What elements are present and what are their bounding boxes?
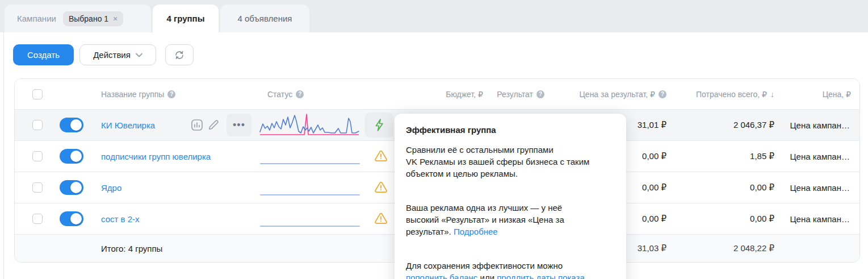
toggle-knob: [70, 182, 82, 193]
tooltip-keep-text: Для сохранения эффективности можно: [406, 261, 563, 270]
create-button[interactable]: Создать: [13, 44, 74, 65]
status-flatline-chart: [260, 226, 360, 227]
column-header-name[interactable]: Название группы ?: [101, 90, 175, 99]
status-flatline-chart: [260, 163, 360, 164]
selected-filter-chip-label: Выбрано 1: [69, 14, 108, 23]
tab-groups-active[interactable]: 4 группы: [153, 5, 219, 32]
group-name-link[interactable]: КИ Ювелирка: [101, 120, 155, 130]
row-checkbox[interactable]: [32, 182, 43, 193]
cost-per-result-value: 0,00 ₽: [642, 182, 666, 193]
column-header-result[interactable]: Результат ?: [497, 90, 544, 99]
column-header-spent-total[interactable]: Потрачено всего, ₽ ↓: [696, 90, 774, 99]
vk-ads-groups-screen: Кампании Выбрано 1 × 4 группы 4 объявлен…: [0, 0, 868, 279]
extend-dates-link[interactable]: продлить даты показа: [497, 273, 585, 279]
group-name-link[interactable]: Ядро: [101, 183, 121, 193]
chip-close-icon[interactable]: ×: [113, 15, 118, 23]
tooltip-title: Эффективная группа: [406, 124, 615, 136]
column-header-status[interactable]: Статус ?: [267, 90, 304, 99]
column-header-cost-per-result[interactable]: Цена за результат, ₽ ?: [579, 90, 666, 99]
actions-dropdown-button[interactable]: Действия: [79, 44, 156, 65]
top-up-balance-link[interactable]: пополнить баланс: [406, 273, 477, 279]
row-enabled-toggle[interactable]: [60, 180, 83, 195]
cost-per-result-value: 0,00 ₽: [642, 214, 666, 224]
row-checkbox[interactable]: [32, 151, 43, 161]
totals-spent-total: 2 048,22 ₽: [733, 243, 774, 253]
group-name-link[interactable]: подписчики групп ювелирка: [101, 152, 211, 161]
tab-campaigns[interactable]: Кампании Выбрано 1 ×: [5, 5, 151, 32]
price-value: Цена кампан…: [790, 183, 850, 193]
refresh-icon: [174, 50, 184, 60]
column-header-budget[interactable]: Бюджет, ₽: [446, 90, 483, 99]
help-icon[interactable]: ?: [296, 90, 304, 98]
spent-total-value: 1,85 ₽: [750, 151, 774, 161]
price-value: Цена кампан…: [790, 214, 850, 224]
warning-triangle-icon[interactable]: [374, 181, 388, 194]
select-all-checkbox[interactable]: [32, 89, 43, 99]
help-icon[interactable]: ?: [659, 90, 666, 98]
selected-filter-chip[interactable]: Выбрано 1 ×: [63, 11, 123, 26]
totals-cost-per-result: 31,03 ₽: [638, 243, 666, 253]
tab-strip: Кампании Выбрано 1 × 4 группы 4 объявлен…: [0, 0, 868, 32]
table-header-row: Название группы ? Статус ? Бюджет, ₽ Рез…: [15, 79, 859, 110]
spent-total-value: 0,00 ₽: [750, 214, 774, 224]
cost-per-result-value: 31,01 ₽: [638, 120, 666, 130]
effective-group-tooltip: Эффективная группа Сравнили её с остальн…: [395, 114, 626, 279]
cost-per-result-value: 0,00 ₽: [642, 151, 666, 161]
price-value: Цена кампан…: [790, 152, 850, 161]
row-enabled-toggle[interactable]: [60, 211, 83, 226]
totals-label: Итого: 4 группы: [101, 243, 162, 253]
more-actions-button[interactable]: •••: [227, 114, 251, 136]
toggle-knob: [70, 151, 82, 162]
spent-total-value: 0,00 ₽: [750, 182, 774, 193]
price-value: Цена кампан…: [790, 120, 850, 130]
spent-total-value: 2 046,37 ₽: [733, 120, 774, 130]
tooltip-paragraph-comparison: Сравнили её с остальными группами VK Рек…: [406, 144, 615, 180]
tab-ads-label: 4 объявления: [238, 14, 292, 23]
group-name-link[interactable]: сост в 2-х: [101, 214, 140, 224]
actions-button-label: Действия: [93, 50, 131, 60]
row-checkbox[interactable]: [32, 120, 43, 130]
help-icon[interactable]: ?: [167, 90, 175, 98]
sort-desc-icon[interactable]: ↓: [770, 90, 774, 99]
status-sparkline-chart[interactable]: [259, 113, 361, 138]
panel-edge-divider: [3, 32, 4, 279]
edit-pencil-icon[interactable]: [207, 119, 220, 131]
tooltip-paragraph-keep-effective: Для сохранения эффективности можно попол…: [406, 248, 615, 279]
toggle-knob: [70, 213, 82, 224]
tab-ads[interactable]: 4 объявления: [220, 5, 309, 32]
warning-triangle-icon[interactable]: [374, 150, 388, 163]
row-enabled-toggle[interactable]: [60, 118, 83, 132]
effective-group-lightning-icon[interactable]: [365, 113, 393, 138]
tab-campaigns-label: Кампании: [17, 14, 56, 23]
refresh-button[interactable]: [165, 44, 194, 65]
tab-groups-label: 4 группы: [167, 14, 205, 23]
column-header-price[interactable]: Цена, ₽: [823, 90, 851, 99]
statistics-icon[interactable]: [190, 118, 204, 132]
learn-more-link[interactable]: Подробнее: [454, 227, 498, 236]
create-button-label: Создать: [27, 50, 60, 60]
tooltip-or-text: или: [477, 273, 497, 279]
tooltip-paragraph-best: Ваша реклама одна из лучших — у неё высо…: [406, 190, 615, 238]
status-flatline-chart: [260, 194, 360, 195]
toggle-knob: [70, 119, 82, 131]
warning-triangle-icon[interactable]: [374, 213, 388, 225]
row-checkbox[interactable]: [32, 214, 43, 224]
help-icon[interactable]: ?: [536, 90, 544, 98]
chevron-down-icon: [136, 53, 142, 57]
row-enabled-toggle[interactable]: [60, 149, 83, 164]
